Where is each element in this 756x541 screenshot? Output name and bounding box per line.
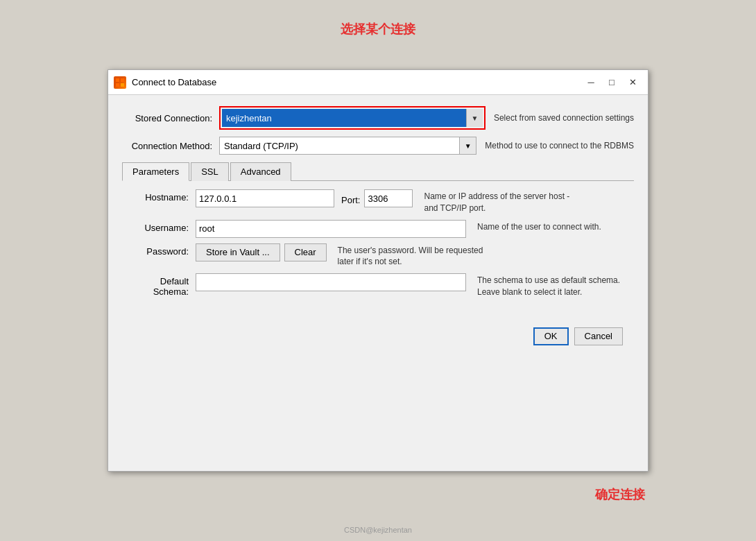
hostname-hint: Name or IP address of the server host - … xyxy=(424,189,583,214)
svg-rect-0 xyxy=(116,78,119,82)
default-schema-input[interactable] xyxy=(196,273,466,291)
cancel-button[interactable]: Cancel xyxy=(574,327,623,345)
maximize-button[interactable]: □ xyxy=(602,74,621,91)
default-schema-inputs xyxy=(196,273,466,291)
app-icon xyxy=(114,76,126,89)
password-label: Password: xyxy=(133,243,196,257)
close-button[interactable]: ✕ xyxy=(623,74,642,91)
tab-advanced[interactable]: Advanced xyxy=(230,162,291,181)
hostname-inputs: Port: xyxy=(196,189,413,207)
window-controls: ─ □ ✕ xyxy=(581,74,642,91)
parameters-table: Hostname: Port: Name or IP address of th… xyxy=(133,189,634,298)
dialog-connect-to-database: Connect to Database ─ □ ✕ Stored Connect… xyxy=(108,69,648,472)
minimize-button[interactable]: ─ xyxy=(581,74,601,91)
parameters-tab-content: Hostname: Port: Name or IP address of th… xyxy=(133,189,634,298)
default-schema-row: Default Schema: The schema to use as def… xyxy=(133,273,634,298)
password-buttons: Store in Vault ... Clear xyxy=(196,243,327,261)
svg-rect-2 xyxy=(116,83,119,87)
dialog-footer: OK Cancel xyxy=(122,319,634,354)
stored-connection-hint: Select from saved connection settings xyxy=(494,113,634,123)
connection-method-label: Connection Method: xyxy=(122,141,219,151)
username-inputs xyxy=(196,220,466,238)
dialog-content: Stored Connection: kejizhentan ▼ Select … xyxy=(108,95,648,365)
connection-method-dropdown-button[interactable]: ▼ xyxy=(459,137,476,154)
clear-password-button[interactable]: Clear xyxy=(284,243,327,261)
stored-connection-row: Stored Connection: kejizhentan ▼ Select … xyxy=(122,106,634,130)
annotation-top: 选择某个连接 xyxy=(341,21,415,37)
stored-connection-wrapper: kejizhentan ▼ xyxy=(219,106,486,130)
watermark: CSDN@kejizhentan xyxy=(344,526,412,534)
hostname-row: Hostname: Port: Name or IP address of th… xyxy=(133,189,634,214)
password-row: Password: Store in Vault ... Clear The u… xyxy=(133,243,634,268)
stored-connection-input[interactable]: kejizhentan xyxy=(222,109,466,127)
username-hint: Name of the user to connect with. xyxy=(477,220,601,233)
ok-button[interactable]: OK xyxy=(533,327,569,345)
hostname-input[interactable] xyxy=(196,189,334,207)
default-schema-hint: The schema to use as default schema. Lea… xyxy=(477,273,634,298)
dialog-title: Connect to Database xyxy=(132,77,581,87)
svg-rect-1 xyxy=(121,78,124,82)
svg-rect-3 xyxy=(121,83,124,87)
connection-method-wrapper: ▼ xyxy=(219,137,476,155)
tab-ssl[interactable]: SSL xyxy=(191,162,229,181)
username-input[interactable] xyxy=(196,220,466,238)
store-in-vault-button[interactable]: Store in Vault ... xyxy=(196,243,280,261)
port-input[interactable] xyxy=(364,189,413,207)
hostname-label: Hostname: xyxy=(133,189,196,203)
stored-connection-label: Stored Connection: xyxy=(122,113,219,123)
tab-parameters[interactable]: Parameters xyxy=(122,162,189,181)
port-label: Port: xyxy=(341,192,360,205)
username-label: Username: xyxy=(133,220,196,233)
stored-connection-dropdown-button[interactable]: ▼ xyxy=(466,109,483,127)
connection-method-input[interactable] xyxy=(220,137,459,154)
password-hint: The user's password. Will be requested l… xyxy=(338,243,497,268)
connection-method-hint: Method to use to connect to the RDBMS xyxy=(485,141,634,151)
titlebar: Connect to Database ─ □ ✕ xyxy=(108,70,648,95)
default-schema-label: Default Schema: xyxy=(133,273,196,297)
connection-method-row: Connection Method: ▼ Method to use to co… xyxy=(122,137,634,155)
tabs-bar: Parameters SSL Advanced xyxy=(122,162,634,181)
username-row: Username: Name of the user to connect wi… xyxy=(133,220,634,238)
annotation-bottom: 确定连接 xyxy=(595,486,645,503)
connection-method-select-wrap: ▼ xyxy=(219,137,476,155)
